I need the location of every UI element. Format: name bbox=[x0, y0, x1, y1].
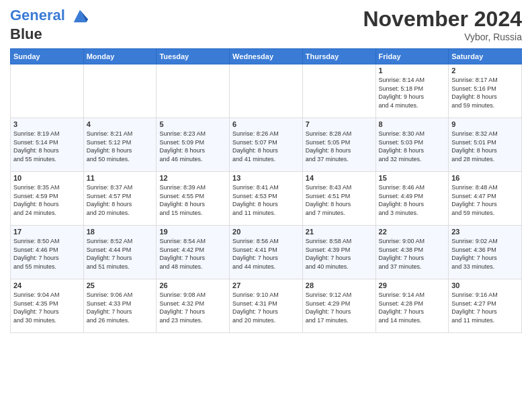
day-info: Sunrise: 8:35 AM Sunset: 4:59 PM Dayligh… bbox=[13, 183, 81, 217]
day-cell: 16Sunrise: 8:48 AM Sunset: 4:47 PM Dayli… bbox=[449, 172, 522, 226]
day-cell: 3Sunrise: 8:19 AM Sunset: 5:14 PM Daylig… bbox=[11, 118, 84, 172]
day-number: 15 bbox=[379, 174, 446, 182]
day-number: 28 bbox=[306, 281, 373, 289]
day-number: 20 bbox=[232, 228, 300, 236]
page-header: General Blue November 2024 Vybor, Russia bbox=[10, 7, 522, 43]
day-number: 26 bbox=[159, 281, 226, 289]
day-cell: 19Sunrise: 8:54 AM Sunset: 4:42 PM Dayli… bbox=[157, 226, 230, 279]
day-info: Sunrise: 9:16 AM Sunset: 4:27 PM Dayligh… bbox=[451, 291, 519, 324]
day-info: Sunrise: 9:14 AM Sunset: 4:28 PM Dayligh… bbox=[379, 291, 446, 324]
day-info: Sunrise: 8:32 AM Sunset: 5:01 PM Dayligh… bbox=[451, 130, 519, 163]
day-number: 1 bbox=[379, 66, 446, 75]
day-cell: 8Sunrise: 8:30 AM Sunset: 5:03 PM Daylig… bbox=[375, 118, 449, 172]
day-cell: 2Sunrise: 8:17 AM Sunset: 5:16 PM Daylig… bbox=[449, 64, 522, 118]
day-cell: 27Sunrise: 9:10 AM Sunset: 4:31 PM Dayli… bbox=[230, 279, 303, 333]
day-number: 3 bbox=[13, 120, 81, 128]
day-number: 9 bbox=[451, 120, 519, 128]
day-number: 27 bbox=[232, 281, 300, 289]
week-row-1: 1Sunrise: 8:14 AM Sunset: 5:18 PM Daylig… bbox=[11, 64, 522, 118]
day-cell: 4Sunrise: 8:21 AM Sunset: 5:12 PM Daylig… bbox=[83, 118, 157, 172]
day-number: 4 bbox=[87, 120, 154, 128]
day-info: Sunrise: 8:17 AM Sunset: 5:16 PM Dayligh… bbox=[451, 76, 519, 109]
day-number: 23 bbox=[451, 228, 519, 236]
page-container: General Blue November 2024 Vybor, Russia… bbox=[0, 0, 532, 340]
day-info: Sunrise: 8:46 AM Sunset: 4:49 PM Dayligh… bbox=[379, 183, 446, 217]
day-cell: 13Sunrise: 8:41 AM Sunset: 4:53 PM Dayli… bbox=[230, 172, 303, 226]
day-cell bbox=[83, 64, 157, 118]
day-cell: 6Sunrise: 8:26 AM Sunset: 5:07 PM Daylig… bbox=[230, 118, 303, 172]
day-number: 16 bbox=[451, 174, 519, 182]
day-info: Sunrise: 9:06 AM Sunset: 4:33 PM Dayligh… bbox=[87, 291, 154, 324]
day-info: Sunrise: 9:02 AM Sunset: 4:36 PM Dayligh… bbox=[451, 237, 519, 271]
header-row: SundayMondayTuesdayWednesdayThursdayFrid… bbox=[11, 49, 522, 64]
day-number: 5 bbox=[159, 120, 226, 128]
day-number: 7 bbox=[306, 120, 373, 128]
day-info: Sunrise: 9:04 AM Sunset: 4:35 PM Dayligh… bbox=[13, 291, 81, 324]
day-cell: 9Sunrise: 8:32 AM Sunset: 5:01 PM Daylig… bbox=[449, 118, 522, 172]
day-cell: 5Sunrise: 8:23 AM Sunset: 5:09 PM Daylig… bbox=[157, 118, 230, 172]
day-info: Sunrise: 8:39 AM Sunset: 4:55 PM Dayligh… bbox=[159, 183, 226, 217]
day-info: Sunrise: 9:10 AM Sunset: 4:31 PM Dayligh… bbox=[232, 291, 300, 324]
day-number: 22 bbox=[379, 228, 446, 236]
day-info: Sunrise: 8:43 AM Sunset: 4:51 PM Dayligh… bbox=[306, 183, 373, 217]
day-cell: 24Sunrise: 9:04 AM Sunset: 4:35 PM Dayli… bbox=[11, 279, 84, 333]
day-number: 18 bbox=[87, 228, 154, 236]
day-info: Sunrise: 8:52 AM Sunset: 4:44 PM Dayligh… bbox=[87, 237, 154, 271]
day-info: Sunrise: 8:28 AM Sunset: 5:05 PM Dayligh… bbox=[306, 130, 373, 163]
day-info: Sunrise: 8:50 AM Sunset: 4:46 PM Dayligh… bbox=[13, 237, 81, 271]
title-block: November 2024 Vybor, Russia bbox=[363, 7, 522, 42]
day-info: Sunrise: 8:23 AM Sunset: 5:09 PM Dayligh… bbox=[159, 130, 226, 163]
day-cell: 26Sunrise: 9:08 AM Sunset: 4:32 PM Dayli… bbox=[157, 279, 230, 333]
week-row-4: 17Sunrise: 8:50 AM Sunset: 4:46 PM Dayli… bbox=[11, 226, 522, 279]
day-info: Sunrise: 8:26 AM Sunset: 5:07 PM Dayligh… bbox=[232, 130, 300, 163]
day-info: Sunrise: 9:12 AM Sunset: 4:29 PM Dayligh… bbox=[306, 291, 373, 324]
day-number: 2 bbox=[451, 66, 519, 75]
day-cell: 10Sunrise: 8:35 AM Sunset: 4:59 PM Dayli… bbox=[11, 172, 84, 226]
day-cell: 14Sunrise: 8:43 AM Sunset: 4:51 PM Dayli… bbox=[302, 172, 375, 226]
day-cell: 22Sunrise: 9:00 AM Sunset: 4:38 PM Dayli… bbox=[375, 226, 449, 279]
day-number: 19 bbox=[159, 228, 226, 236]
day-cell: 12Sunrise: 8:39 AM Sunset: 4:55 PM Dayli… bbox=[157, 172, 230, 226]
day-info: Sunrise: 8:21 AM Sunset: 5:12 PM Dayligh… bbox=[87, 130, 154, 163]
day-cell: 17Sunrise: 8:50 AM Sunset: 4:46 PM Dayli… bbox=[11, 226, 84, 279]
day-cell: 21Sunrise: 8:58 AM Sunset: 4:39 PM Dayli… bbox=[302, 226, 375, 279]
day-number: 8 bbox=[379, 120, 446, 128]
week-row-5: 24Sunrise: 9:04 AM Sunset: 4:35 PM Dayli… bbox=[11, 279, 522, 333]
logo-text: General bbox=[10, 7, 89, 26]
day-number: 10 bbox=[13, 174, 81, 182]
location: Vybor, Russia bbox=[363, 32, 522, 42]
day-number: 14 bbox=[306, 174, 373, 182]
col-header-tuesday: Tuesday bbox=[157, 49, 230, 64]
logo-line2: Blue bbox=[10, 26, 89, 43]
day-info: Sunrise: 9:08 AM Sunset: 4:32 PM Dayligh… bbox=[159, 291, 226, 324]
day-number: 30 bbox=[451, 281, 519, 289]
day-cell: 23Sunrise: 9:02 AM Sunset: 4:36 PM Dayli… bbox=[449, 226, 522, 279]
day-cell bbox=[157, 64, 230, 118]
col-header-friday: Friday bbox=[375, 49, 449, 64]
day-info: Sunrise: 8:48 AM Sunset: 4:47 PM Dayligh… bbox=[451, 183, 519, 217]
day-number: 13 bbox=[232, 174, 300, 182]
day-cell: 15Sunrise: 8:46 AM Sunset: 4:49 PM Dayli… bbox=[375, 172, 449, 226]
day-number: 24 bbox=[13, 281, 81, 289]
col-header-wednesday: Wednesday bbox=[230, 49, 303, 64]
calendar-table: SundayMondayTuesdayWednesdayThursdayFrid… bbox=[10, 48, 522, 333]
day-cell bbox=[230, 64, 303, 118]
day-info: Sunrise: 8:14 AM Sunset: 5:18 PM Dayligh… bbox=[379, 76, 446, 109]
day-cell: 28Sunrise: 9:12 AM Sunset: 4:29 PM Dayli… bbox=[302, 279, 375, 333]
day-info: Sunrise: 8:41 AM Sunset: 4:53 PM Dayligh… bbox=[232, 183, 300, 217]
day-number: 17 bbox=[13, 228, 81, 236]
day-cell bbox=[11, 64, 84, 118]
day-info: Sunrise: 8:54 AM Sunset: 4:42 PM Dayligh… bbox=[159, 237, 226, 271]
day-info: Sunrise: 8:19 AM Sunset: 5:14 PM Dayligh… bbox=[13, 130, 81, 163]
col-header-thursday: Thursday bbox=[302, 49, 375, 64]
day-number: 6 bbox=[232, 120, 300, 128]
day-cell bbox=[302, 64, 375, 118]
day-info: Sunrise: 8:58 AM Sunset: 4:39 PM Dayligh… bbox=[306, 237, 373, 271]
day-info: Sunrise: 8:30 AM Sunset: 5:03 PM Dayligh… bbox=[379, 130, 446, 163]
day-cell: 1Sunrise: 8:14 AM Sunset: 5:18 PM Daylig… bbox=[375, 64, 449, 118]
col-header-monday: Monday bbox=[83, 49, 157, 64]
day-cell: 29Sunrise: 9:14 AM Sunset: 4:28 PM Dayli… bbox=[375, 279, 449, 333]
col-header-saturday: Saturday bbox=[449, 49, 522, 64]
day-number: 11 bbox=[87, 174, 154, 182]
day-cell: 18Sunrise: 8:52 AM Sunset: 4:44 PM Dayli… bbox=[83, 226, 157, 279]
